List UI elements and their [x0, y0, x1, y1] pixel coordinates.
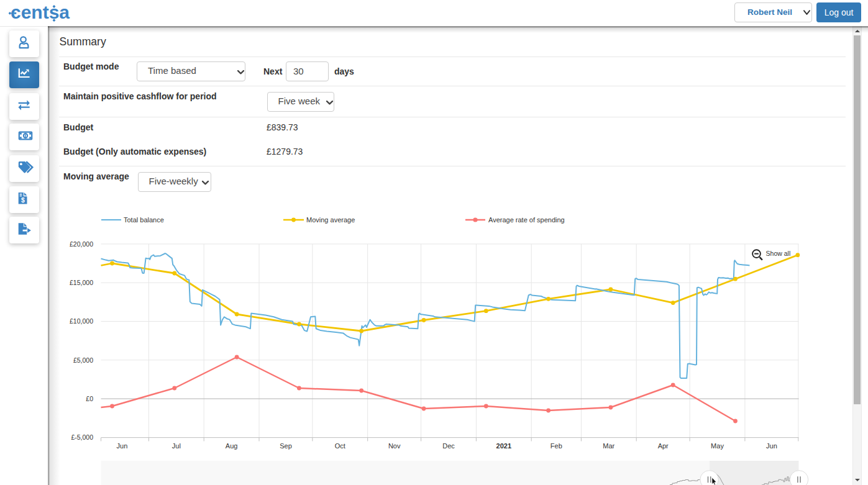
svg-text:Jun: Jun — [766, 442, 777, 450]
svg-text:Oct: Oct — [335, 442, 345, 450]
svg-text:Jun: Jun — [117, 442, 128, 450]
svg-text:Average rate of spending: Average rate of spending — [488, 216, 565, 224]
svg-text:Mar: Mar — [603, 442, 614, 450]
svg-text:Moving average: Moving average — [306, 216, 355, 224]
svg-text:Aug: Aug — [226, 442, 238, 450]
svg-text:Dec: Dec — [442, 442, 455, 450]
svg-text:Jul: Jul — [172, 442, 181, 450]
svg-text:Apr: Apr — [658, 442, 669, 450]
svg-text:May: May — [711, 442, 724, 450]
svg-text:£-5,000: £-5,000 — [71, 433, 93, 441]
svg-text:2021: 2021 — [496, 442, 511, 450]
svg-text:Sep: Sep — [280, 442, 292, 450]
svg-text:Show all: Show all — [766, 250, 791, 257]
svg-text:Nov: Nov — [388, 442, 401, 450]
svg-text:£10,000: £10,000 — [70, 317, 93, 325]
svg-text:Total balance: Total balance — [124, 216, 164, 224]
svg-text:Feb: Feb — [550, 442, 562, 450]
svg-text:£5,000: £5,000 — [73, 356, 93, 364]
svg-text:£0: £0 — [86, 395, 93, 402]
svg-text:£15,000: £15,000 — [70, 279, 93, 286]
svg-text:£20,000: £20,000 — [70, 240, 93, 248]
